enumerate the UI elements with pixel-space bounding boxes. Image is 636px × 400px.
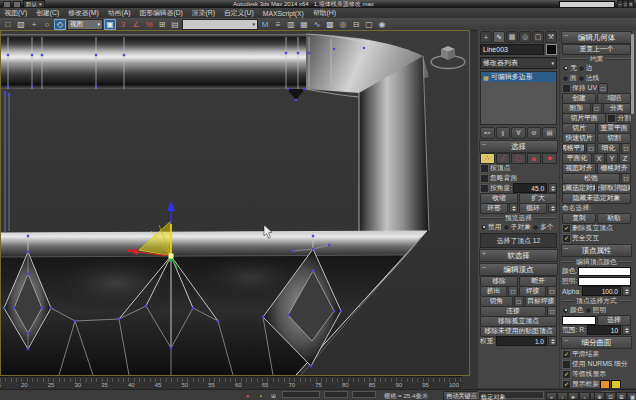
- angle-snap-icon[interactable]: ∠: [130, 19, 142, 30]
- checkbox[interactable]: [607, 114, 616, 123]
- tab-modify[interactable]: ∿: [493, 31, 505, 43]
- percent-snap-icon[interactable]: %: [143, 19, 155, 30]
- checkbox[interactable]: [480, 174, 489, 183]
- panel-button[interactable]: 视图对齐: [562, 163, 596, 174]
- panel-button[interactable]: Z: [619, 153, 631, 164]
- panel-button[interactable]: □: [586, 143, 596, 154]
- next-frame-icon[interactable]: ›: [579, 392, 590, 400]
- menu-item[interactable]: 帮助(H): [308, 8, 340, 18]
- edit-named-selections-icon[interactable]: ▤: [169, 19, 181, 30]
- object-color-swatch[interactable]: [546, 44, 557, 55]
- infocenter-search-input[interactable]: [559, 1, 615, 8]
- rollout-header[interactable]: +软选择: [479, 249, 558, 262]
- rollout-header[interactable]: −编辑顶点: [479, 263, 558, 276]
- align-icon[interactable]: ≡: [272, 19, 284, 30]
- polygon-icon[interactable]: ■: [527, 153, 542, 164]
- tab-utilities[interactable]: ⚒: [545, 31, 557, 43]
- modifier-stack-item[interactable]: ▦可编辑多边形: [481, 72, 556, 82]
- panel-button[interactable]: 平面化: [562, 153, 592, 164]
- spinner-buttons[interactable]: [622, 325, 631, 335]
- menu-item[interactable]: 图形编辑器(D): [135, 8, 187, 18]
- layer-manager-icon[interactable]: ▥: [285, 19, 297, 30]
- panel-button[interactable]: 挤出: [480, 286, 507, 297]
- tab-motion[interactable]: ◎: [519, 31, 531, 43]
- schematic-view-icon[interactable]: ▩: [324, 19, 336, 30]
- checkbox[interactable]: [562, 84, 571, 93]
- color-swatch[interactable]: [611, 380, 621, 389]
- spinner-field[interactable]: 45.0: [513, 183, 547, 193]
- viewport-perspective[interactable]: [0, 30, 470, 376]
- panel-button[interactable]: 目标焊接: [525, 296, 558, 307]
- panel-button[interactable]: □: [547, 306, 557, 317]
- element-icon[interactable]: ◆: [542, 153, 557, 164]
- radio[interactable]: [578, 75, 585, 82]
- menu-item[interactable]: 修改器(M): [64, 8, 104, 18]
- panel-button[interactable]: 选择: [597, 315, 631, 326]
- select-and-rotate-icon[interactable]: ○: [41, 19, 53, 30]
- panel-button[interactable]: □: [621, 173, 631, 184]
- menu-item[interactable]: 渲染(R): [187, 8, 219, 18]
- pin-stack-icon[interactable]: ⊷: [480, 127, 495, 139]
- modifier-list-dropdown[interactable]: 修改器列表 ▾: [480, 57, 557, 69]
- rollout-header[interactable]: −选择: [479, 140, 558, 153]
- panel-button[interactable]: 切片平面: [562, 113, 606, 124]
- spinner-buttons[interactable]: [548, 183, 557, 193]
- track-bar[interactable]: 1520253035404550556065707580859095100: [0, 376, 462, 390]
- panel-button[interactable]: 重置平面: [597, 123, 631, 134]
- panel-button[interactable]: 切片: [562, 123, 596, 134]
- render-production-icon[interactable]: ◉: [376, 19, 388, 30]
- panel-button[interactable]: □: [514, 296, 524, 307]
- panel-button[interactable]: 分离: [603, 103, 632, 114]
- radio[interactable]: [562, 65, 569, 72]
- checkbox[interactable]: ✓: [562, 234, 571, 243]
- panel-scrollbar[interactable]: [631, 34, 634, 114]
- vertex-icon[interactable]: ∴: [480, 153, 495, 164]
- edge-icon[interactable]: ╱: [496, 153, 511, 164]
- select-and-scale-icon[interactable]: ◇: [54, 19, 66, 30]
- color-swatch[interactable]: [578, 267, 631, 276]
- panel-button[interactable]: 移除: [480, 276, 518, 287]
- spinner-buttons[interactable]: [622, 286, 631, 296]
- checkbox[interactable]: ✓: [562, 350, 571, 359]
- use-pivot-center-icon[interactable]: ▣: [104, 19, 116, 30]
- play-icon[interactable]: ►: [568, 392, 579, 400]
- panel-button[interactable]: □: [547, 286, 557, 297]
- checkbox[interactable]: [480, 184, 489, 193]
- panel-button[interactable]: 网格平滑: [562, 143, 585, 154]
- window-button[interactable]: ─: [617, 0, 623, 8]
- coordinate-z-field[interactable]: [352, 391, 376, 398]
- go-to-start-icon[interactable]: «: [546, 392, 557, 400]
- tab-display[interactable]: ▢: [532, 31, 544, 43]
- panel-button[interactable]: 塌陷: [597, 93, 631, 104]
- panel-button[interactable]: 复制: [562, 213, 596, 224]
- panel-button[interactable]: 栅格对齐: [597, 163, 631, 174]
- radio[interactable]: [562, 307, 569, 314]
- panel-button[interactable]: X: [593, 153, 605, 164]
- curve-editor-icon[interactable]: ∿: [311, 19, 323, 30]
- radio[interactable]: [532, 224, 539, 231]
- pan-icon[interactable]: ⊞: [616, 392, 627, 400]
- window-crossing-icon[interactable]: ▧: [15, 19, 27, 30]
- panel-button[interactable]: 移除未使用的贴图顶点: [480, 326, 557, 337]
- panel-button[interactable]: 全部取消隐藏: [597, 183, 631, 194]
- color-swatch[interactable]: [578, 277, 631, 286]
- mirror-icon[interactable]: M: [259, 19, 271, 30]
- zoom-extents-icon[interactable]: ⊡: [605, 392, 616, 400]
- checkbox[interactable]: [562, 360, 571, 369]
- render-setup-icon[interactable]: ⊟: [350, 19, 362, 30]
- ribbon-icon[interactable]: ▦: [298, 19, 310, 30]
- checkbox[interactable]: ✓: [562, 380, 571, 389]
- rollout-header[interactable]: −顶点属性: [561, 244, 632, 257]
- panel-button[interactable]: 细化: [597, 143, 620, 154]
- rollout-header[interactable]: −编辑几何体: [561, 31, 632, 44]
- auto-key-button[interactable]: 自动关键点: [443, 391, 480, 400]
- tab-create[interactable]: +: [480, 31, 492, 43]
- panel-button[interactable]: 附加: [562, 103, 591, 114]
- border-icon[interactable]: ▢: [511, 153, 526, 164]
- save-icon[interactable]: [13, 1, 21, 8]
- checkbox[interactable]: [480, 164, 489, 173]
- panel-button[interactable]: □: [621, 143, 631, 154]
- panel-button[interactable]: 快速切片: [562, 133, 596, 144]
- radio[interactable]: [585, 307, 592, 314]
- snaps-toggle-icon[interactable]: 3: [117, 19, 129, 30]
